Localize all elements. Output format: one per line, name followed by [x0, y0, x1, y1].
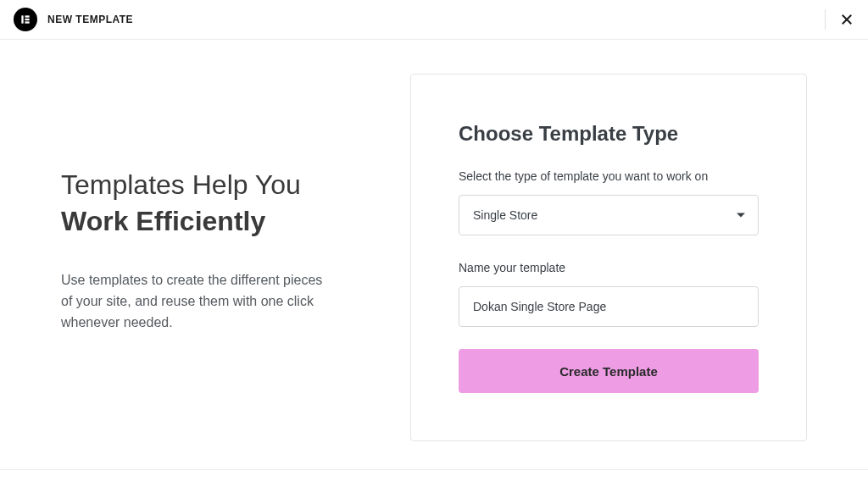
form-panel: Choose Template Type Select the type of …	[410, 74, 807, 441]
intro-description: Use templates to create the different pi…	[61, 270, 332, 333]
svg-rect-2	[25, 19, 29, 20]
template-type-value: Single Store	[473, 208, 537, 222]
header-title: NEW TEMPLATE	[47, 14, 133, 25]
svg-rect-3	[25, 21, 29, 23]
template-type-select-wrap: Single Store	[459, 195, 759, 235]
header-right	[825, 9, 854, 30]
elementor-logo-icon	[14, 8, 37, 31]
intro-title-line1: Templates Help You	[61, 167, 376, 203]
intro-title-line2: Work Efficiently	[61, 203, 376, 240]
template-name-label: Name your template	[459, 261, 759, 274]
close-icon[interactable]	[839, 12, 854, 27]
header: NEW TEMPLATE	[0, 0, 868, 40]
form-title: Choose Template Type	[459, 122, 759, 146]
intro-column: Templates Help You Work Efficiently Use …	[61, 74, 376, 334]
template-type-label: Select the type of template you want to …	[459, 169, 759, 183]
template-type-select[interactable]: Single Store	[459, 195, 759, 235]
create-template-button[interactable]: Create Template	[459, 349, 759, 393]
svg-rect-1	[25, 15, 29, 17]
header-divider	[825, 9, 826, 30]
header-left: NEW TEMPLATE	[14, 8, 133, 31]
main-content: Templates Help You Work Efficiently Use …	[0, 40, 868, 470]
template-name-input[interactable]	[459, 286, 759, 327]
svg-rect-0	[21, 15, 23, 23]
